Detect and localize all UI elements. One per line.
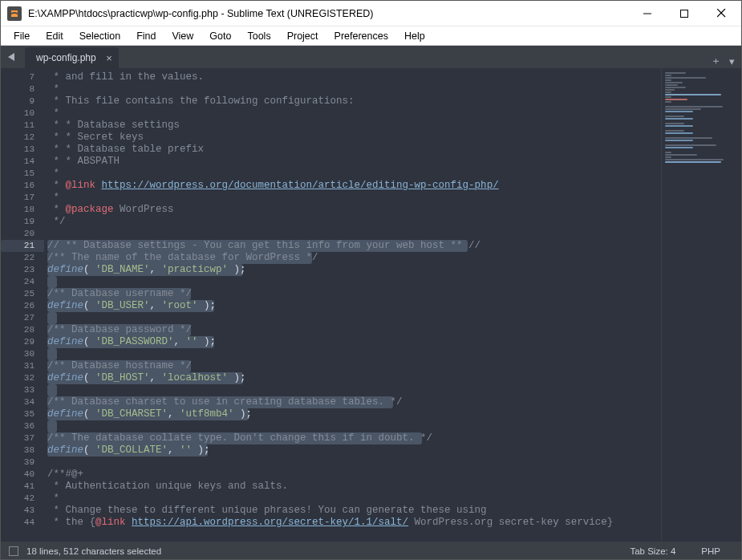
status-indicator-icon[interactable]	[9, 546, 18, 556]
code-line[interactable]: * and fill in the values.	[47, 71, 661, 83]
menu-help[interactable]: Help	[396, 29, 433, 43]
code-line[interactable]: *	[47, 192, 661, 204]
code-line[interactable]: * @package WordPress	[47, 204, 661, 216]
editor-area: 7891011121314151617181920212223242526272…	[1, 68, 741, 542]
code-line[interactable]: define( 'DB_CHARSET', 'utf8mb4' );	[47, 408, 661, 420]
tab-close-icon[interactable]: ×	[106, 52, 112, 64]
code-line[interactable]: // ** Database settings - You can get th…	[47, 240, 661, 252]
code-line[interactable]: /**#@+	[47, 469, 661, 481]
code-line[interactable]: /** The database collate type. Don't cha…	[47, 432, 661, 444]
code-line[interactable]: * * Database settings	[47, 120, 661, 132]
menu-view[interactable]: View	[164, 29, 201, 43]
code-line[interactable]: /** Database password */	[47, 324, 661, 336]
code-line[interactable]	[47, 420, 661, 432]
status-tab-size[interactable]: Tab Size: 4	[617, 546, 688, 556]
code-line[interactable]	[47, 276, 661, 288]
code-line[interactable]	[47, 384, 661, 396]
tab-label: wp-config.php	[36, 52, 96, 63]
code-line[interactable]: define( 'DB_COLLATE', '' );	[47, 444, 661, 457]
code-line[interactable]	[47, 348, 661, 360]
menu-edit[interactable]: Edit	[38, 29, 71, 43]
code-line[interactable]: * * Secret keys	[47, 132, 661, 144]
code-content[interactable]: * and fill in the values. * * This file …	[44, 68, 661, 542]
svg-marker-4	[8, 53, 14, 61]
code-line[interactable]: */	[47, 216, 661, 228]
code-line[interactable]: * * Database table prefix	[47, 144, 661, 156]
status-selection: 18 lines, 512 characters selected	[26, 546, 161, 556]
tab-wp-config[interactable]: wp-config.php ×	[25, 47, 119, 68]
menu-file[interactable]: File	[6, 29, 38, 43]
code-line[interactable]: *	[47, 83, 661, 95]
menu-tools[interactable]: Tools	[239, 29, 278, 43]
window-title: E:\XAMPP\htdocs\practicwp\wp-config.php …	[28, 8, 629, 19]
close-button[interactable]	[703, 2, 740, 26]
menu-find[interactable]: Find	[128, 29, 164, 43]
code-line[interactable]: * the {@link https://api.wordpress.org/s…	[47, 517, 661, 529]
code-line[interactable]	[47, 457, 661, 469]
code-line[interactable]: /** Database username */	[47, 288, 661, 300]
tab-menu-icon[interactable]: ▾	[729, 55, 735, 67]
code-line[interactable]	[47, 312, 661, 324]
code-line[interactable]: * This file contains the following confi…	[47, 95, 661, 108]
code-line[interactable]: /** Database hostname */	[47, 360, 661, 372]
code-line[interactable]: * @link https://wordpress.org/documentat…	[47, 180, 661, 192]
code-line[interactable]: * Authentication unique keys and salts.	[47, 481, 661, 493]
code-line[interactable]: define( 'DB_HOST', 'localhost' );	[47, 372, 661, 384]
code-line[interactable]: * * ABSPATH	[47, 156, 661, 168]
code-line[interactable]: *	[47, 168, 661, 180]
tab-history-back-icon[interactable]	[1, 46, 23, 68]
code-line[interactable]: *	[47, 493, 661, 505]
menu-bar: FileEditSelectionFindViewGotoToolsProjec…	[1, 26, 741, 46]
code-line[interactable]: define( 'DB_NAME', 'practicwp' );	[47, 264, 661, 276]
code-line[interactable]: define( 'DB_PASSWORD', '' );	[47, 336, 661, 348]
svg-rect-1	[681, 10, 688, 17]
code-line[interactable]: /** Database charset to use in creating …	[47, 396, 661, 408]
code-line[interactable]: *	[47, 108, 661, 120]
code-line[interactable]: define( 'DB_USER', 'root' );	[47, 300, 661, 312]
menu-goto[interactable]: Goto	[201, 29, 239, 43]
code-line[interactable]: /** The name of the database for WordPre…	[47, 252, 661, 264]
new-tab-icon[interactable]: ＋	[711, 54, 721, 68]
maximize-button[interactable]	[666, 2, 703, 26]
menu-preferences[interactable]: Preferences	[326, 29, 396, 43]
app-icon	[7, 6, 22, 21]
status-language[interactable]: PHP	[688, 546, 733, 556]
minimap[interactable]	[661, 68, 741, 542]
minimize-button[interactable]	[629, 2, 666, 26]
line-number-gutter[interactable]: 7891011121314151617181920212223242526272…	[1, 68, 44, 542]
menu-project[interactable]: Project	[279, 29, 326, 43]
title-bar: E:\XAMPP\htdocs\practicwp\wp-config.php …	[1, 1, 741, 26]
code-line[interactable]: * Change these to different unique phras…	[47, 505, 661, 517]
code-line[interactable]	[47, 228, 661, 240]
tab-bar: wp-config.php × ＋ ▾	[1, 46, 741, 68]
editor[interactable]: 7891011121314151617181920212223242526272…	[1, 68, 661, 542]
status-bar: 18 lines, 512 characters selected Tab Si…	[1, 542, 741, 560]
menu-selection[interactable]: Selection	[71, 29, 128, 43]
